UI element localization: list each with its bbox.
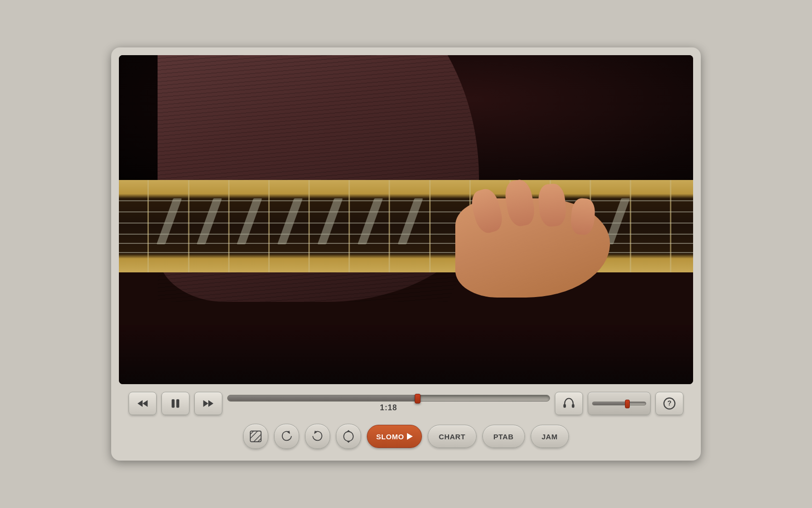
rewind-button[interactable]: [129, 392, 157, 415]
svg-text:?: ?: [667, 399, 672, 407]
svg-rect-6: [564, 404, 566, 408]
bottom-bar: SLOMO CHART PTAB JAM: [119, 419, 693, 451]
svg-line-13: [254, 434, 261, 442]
loop-all-icon: [249, 430, 262, 443]
headphones-icon: [562, 397, 576, 410]
loop-back-button[interactable]: [274, 424, 299, 449]
help-icon: ?: [663, 397, 676, 410]
forward-button[interactable]: [194, 392, 222, 415]
svg-marker-17: [347, 430, 350, 432]
forward-icon: [202, 397, 215, 410]
slomo-arrow-icon: [407, 433, 413, 440]
volume-fill: [593, 402, 627, 405]
pause-button[interactable]: [161, 392, 189, 415]
loop-back-icon: [280, 430, 293, 443]
jam-label: JAM: [542, 433, 558, 441]
time-display: 1:18: [227, 403, 550, 412]
pause-icon: [169, 397, 182, 410]
progress-fill: [228, 395, 418, 401]
svg-marker-4: [203, 400, 209, 407]
chart-label: CHART: [439, 433, 465, 441]
ptab-label: PTAB: [493, 433, 514, 441]
volume-track[interactable]: [592, 402, 646, 405]
volume-area[interactable]: [588, 392, 651, 415]
video-bg-bottom: [119, 325, 693, 384]
loop-all-button[interactable]: [243, 424, 268, 449]
svg-rect-3: [176, 399, 179, 408]
svg-marker-18: [347, 441, 350, 443]
slomo-button[interactable]: SLOMO: [367, 425, 422, 448]
svg-rect-7: [572, 404, 574, 408]
controls-bar: 1:18 ?: [119, 386, 693, 419]
ptab-button[interactable]: PTAB: [482, 425, 525, 448]
svg-marker-1: [143, 400, 148, 407]
loop-sync-button[interactable]: [336, 424, 361, 449]
volume-thumb: [625, 400, 630, 408]
progress-track[interactable]: [227, 395, 550, 402]
svg-line-12: [250, 431, 258, 438]
svg-marker-5: [208, 400, 214, 407]
progress-thumb: [415, 394, 420, 403]
loop-forward-icon: [311, 430, 324, 443]
guitar-scene: [119, 55, 693, 384]
svg-rect-2: [172, 399, 174, 408]
slomo-label: SLOMO: [376, 433, 404, 441]
help-button[interactable]: ?: [655, 392, 683, 415]
headphones-button[interactable]: [555, 392, 583, 415]
svg-point-8: [664, 398, 675, 409]
progress-area: 1:18: [227, 395, 550, 412]
chart-button[interactable]: CHART: [428, 425, 477, 448]
loop-forward-button[interactable]: [305, 424, 330, 449]
jam-button[interactable]: JAM: [531, 425, 569, 448]
rewind-icon: [136, 397, 149, 410]
video-area: [119, 55, 693, 384]
svg-marker-0: [138, 400, 143, 407]
video-player: 1:18 ?: [111, 47, 701, 461]
loop-sync-icon: [342, 430, 355, 443]
